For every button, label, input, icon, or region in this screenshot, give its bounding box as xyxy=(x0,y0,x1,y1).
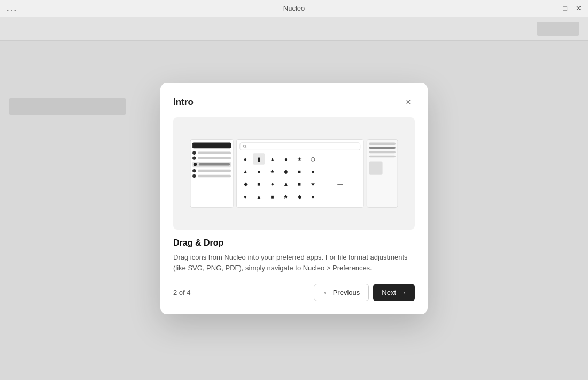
icon-cell xyxy=(348,153,360,165)
icon-cell: ■ xyxy=(293,178,305,190)
mockup-line-2 xyxy=(198,157,231,159)
icon-cell: ■ xyxy=(293,166,305,178)
icon-cell: ● xyxy=(239,153,251,165)
icon-cell: ▲ xyxy=(280,178,292,190)
dialog-actions: ← Previous Next → xyxy=(314,284,415,301)
mockup-left-panel xyxy=(190,139,234,208)
mockup-icon-panel: ● ▮ ▲ ● ★ ⬡ ▲ ● ★ ◆ ■ xyxy=(236,139,364,208)
mockup-item-4 xyxy=(192,169,231,172)
icon-cell: ◆ xyxy=(293,191,305,202)
mockup-item-2 xyxy=(192,157,231,160)
icon-cell: ◆ xyxy=(280,166,292,178)
next-label: Next xyxy=(382,288,396,297)
dialog-close-button[interactable]: × xyxy=(402,96,415,109)
icon-cell xyxy=(348,166,360,178)
icon-cell: ★ xyxy=(267,166,278,178)
svg-line-1 xyxy=(245,147,246,148)
maximize-button[interactable]: □ xyxy=(563,4,567,12)
icon-cell: ● xyxy=(267,178,278,190)
mockup-item-3-selected xyxy=(192,162,231,167)
icon-cell: ● xyxy=(239,191,251,202)
icon-cell xyxy=(321,191,332,202)
icon-cell: — xyxy=(334,166,346,178)
close-button[interactable]: ✕ xyxy=(576,4,582,12)
mockup-line-5 xyxy=(198,175,231,178)
icon-cell xyxy=(348,191,360,202)
arrow-left-icon: ← xyxy=(323,288,330,297)
icon-cell: ■ xyxy=(253,178,265,190)
dialog-overlay: Intro × xyxy=(0,17,588,380)
side-line xyxy=(369,151,396,154)
icon-cell: ● xyxy=(280,153,292,165)
window-controls: — □ ✕ xyxy=(547,4,582,12)
mockup-line-3 xyxy=(199,163,230,166)
dialog-footer: 2 of 4 ← Previous Next → xyxy=(173,284,415,301)
side-line xyxy=(369,142,396,145)
dialog-header: Intro × xyxy=(173,96,415,109)
icon-grid: ● ▮ ▲ ● ★ ⬡ ▲ ● ★ ◆ ■ xyxy=(239,153,360,202)
icon-cell: ★ xyxy=(307,178,319,190)
mockup-dot-5 xyxy=(192,174,196,178)
arrow-right-icon: → xyxy=(399,288,406,297)
previous-button[interactable]: ← Previous xyxy=(314,284,369,301)
side-line-dark xyxy=(369,147,396,149)
icon-cell: ▲ xyxy=(239,166,251,178)
icon-cell xyxy=(334,191,346,202)
mockup-search-bar xyxy=(239,142,360,150)
icon-cell xyxy=(334,153,346,165)
side-line xyxy=(369,156,396,158)
app-title: Nucleo xyxy=(283,4,305,12)
previous-label: Previous xyxy=(333,288,360,297)
svg-point-0 xyxy=(243,145,245,147)
menu-dots[interactable]: ... xyxy=(6,3,18,14)
icon-cell: ▲ xyxy=(267,153,278,165)
icon-cell xyxy=(321,153,332,165)
mockup-item-1 xyxy=(192,151,231,155)
dialog-description: Drag icons from Nucleo into your preferr… xyxy=(173,252,415,273)
icon-cell xyxy=(321,178,332,190)
title-bar: ... Nucleo — □ ✕ xyxy=(0,0,588,17)
mockup-side-panel xyxy=(367,139,398,208)
intro-dialog: Intro × xyxy=(160,83,428,314)
mockup-dot-4 xyxy=(192,169,196,172)
minimize-button[interactable]: — xyxy=(547,4,554,12)
mockup-line-4 xyxy=(198,170,231,172)
dialog-title: Intro xyxy=(173,97,194,108)
mockup-illustration: ● ▮ ▲ ● ★ ⬡ ▲ ● ★ ◆ ■ xyxy=(190,139,398,208)
icon-cell xyxy=(321,166,332,178)
icon-cell: ● xyxy=(307,166,319,178)
dialog-preview: ● ▮ ▲ ● ★ ⬡ ▲ ● ★ ◆ ■ xyxy=(173,117,415,230)
mockup-dot-3 xyxy=(194,163,197,166)
icon-cell: — xyxy=(334,178,346,190)
icon-cell: ◆ xyxy=(239,178,251,190)
icon-cell: ⬡ xyxy=(307,153,319,165)
dialog-counter: 2 of 4 xyxy=(173,288,191,297)
icon-cell: ▲ xyxy=(253,191,265,202)
icon-cell: ★ xyxy=(293,153,305,165)
icon-cell: ● xyxy=(307,191,319,202)
mockup-line-1 xyxy=(198,152,231,155)
icon-cell: ★ xyxy=(280,191,292,202)
side-icon-placeholder xyxy=(369,162,382,175)
icon-cell-highlighted: ▮ xyxy=(253,153,265,165)
icon-cell xyxy=(348,178,360,190)
mockup-search-icon xyxy=(243,145,247,148)
next-button[interactable]: Next → xyxy=(373,284,415,301)
mockup-dot-1 xyxy=(192,151,196,155)
mockup-item-5 xyxy=(192,174,231,178)
mockup-top-bar xyxy=(192,142,231,148)
mockup-dot-2 xyxy=(192,157,196,160)
icon-cell: ■ xyxy=(267,191,278,202)
icon-cell: ● xyxy=(253,166,265,178)
dialog-heading: Drag & Drop xyxy=(173,238,415,248)
